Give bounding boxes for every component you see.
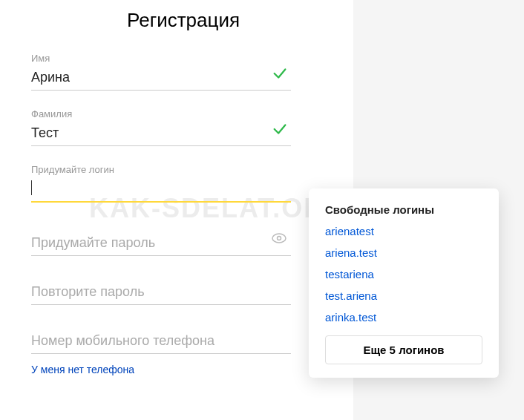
firstname-label: Имя	[31, 53, 291, 64]
lastname-field: Фамилия	[31, 108, 291, 146]
lastname-input[interactable]	[31, 122, 291, 146]
check-icon	[272, 121, 288, 140]
suggestion-item[interactable]: testariena	[325, 268, 482, 280]
lastname-label: Фамилия	[31, 108, 291, 119]
phone-field	[31, 330, 291, 354]
password-confirm-input[interactable]	[31, 281, 291, 305]
password-confirm-field	[31, 281, 291, 305]
eye-icon[interactable]	[270, 229, 288, 250]
login-label: Придумайте логин	[31, 164, 291, 175]
phone-input[interactable]	[31, 330, 291, 354]
svg-point-0	[272, 234, 286, 243]
suggestion-item[interactable]: ariena.test	[325, 246, 482, 259]
login-field: Придумайте логин	[31, 164, 291, 203]
page-title: Регистрация	[76, 9, 291, 32]
suggestion-item[interactable]: test.ariena	[325, 289, 482, 302]
registration-form: Регистрация Имя Фамилия Придумайте логин…	[31, 9, 291, 376]
password-field	[31, 232, 291, 256]
firstname-input[interactable]	[31, 67, 291, 91]
text-cursor	[31, 180, 32, 195]
check-icon	[272, 65, 288, 85]
login-input[interactable]	[31, 178, 291, 203]
firstname-field: Имя	[31, 53, 291, 91]
suggestion-item[interactable]: arienatest	[325, 225, 482, 237]
no-phone-link[interactable]: У меня нет телефона	[31, 364, 134, 375]
svg-point-1	[278, 237, 281, 240]
password-input[interactable]	[31, 232, 291, 256]
more-logins-button[interactable]: Еще 5 логинов	[325, 335, 482, 364]
suggestions-title: Свободные логины	[325, 203, 482, 216]
login-suggestions-panel: Свободные логины arienatest ariena.test …	[309, 188, 499, 378]
suggestion-item[interactable]: arinka.test	[325, 311, 482, 324]
